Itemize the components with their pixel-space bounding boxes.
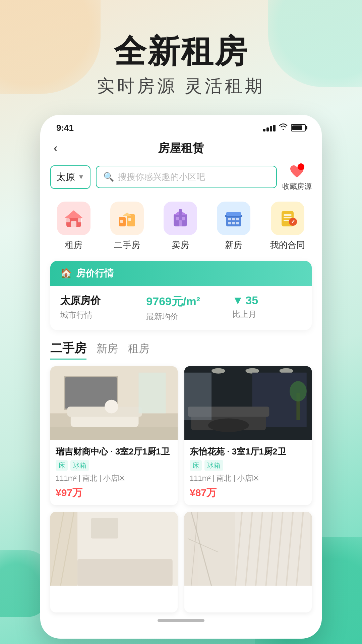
svg-rect-30 [284,220,289,221]
search-input-wrap[interactable]: 🔍 搜搜你感兴趣的小区吧 [96,166,277,188]
price-city-name: 太原房价 [60,294,130,308]
svg-rect-6 [78,218,82,222]
svg-rect-29 [284,217,292,218]
listing-info-1: 瑞吉财商中心 · 3室2厅1厨1卫 床 冰箱 111m² | 南北 | 小店区 … [50,440,178,505]
listing-title-4 [190,591,306,604]
search-placeholder-text: 搜搜你感兴趣的小区吧 [118,171,205,183]
svg-rect-9 [128,218,131,221]
price-change-sub: 比上月 [232,309,302,320]
category-rent-label: 租房 [65,239,82,251]
category-secondhand-label: 二手房 [114,239,140,251]
home-indicator [40,612,322,625]
listing-meta-2: 111m² | 南北 | 小店区 [190,473,306,483]
categories-row: 租房 二手房 [40,202,322,251]
city-dropdown-arrow-icon: ▼ [78,173,84,181]
city-label: 太原 [56,171,75,183]
svg-rect-23 [236,218,239,220]
category-contract-icon: ✓ [271,202,304,235]
svg-rect-22 [232,218,235,220]
price-divider-2 [224,294,224,322]
favorites-button[interactable]: ! 收藏房源 [282,163,312,192]
svg-rect-10 [120,220,123,223]
price-section: 🏠 房价行情 太原房价 城市行情 9769元/m² 最新均价 ▼ 35 [50,261,312,330]
category-sell-icon [164,202,197,235]
signal-icon [263,124,276,131]
category-sell[interactable]: 卖房 [164,202,197,251]
category-secondhand-icon [110,202,144,235]
svg-rect-14 [182,217,185,220]
price-city-sub: 城市行情 [60,310,130,320]
price-col-value: 9769元/m² 最新均价 [146,294,216,322]
price-content: 太原房价 城市行情 9769元/m² 最新均价 ▼ 35 比上月 [50,286,312,330]
svg-rect-60 [77,559,173,586]
svg-marker-3 [65,210,82,218]
category-new[interactable]: 新房 [217,202,250,251]
back-button[interactable]: ‹ [54,141,70,155]
phone-screen: 9:41 [40,115,322,639]
listing-info-4 [184,586,312,612]
status-time: 9:41 [56,123,74,133]
price-divider [138,294,138,322]
listing-tabs: 二手房 新房 租房 [40,340,322,360]
svg-rect-56 [50,512,77,586]
category-secondhand[interactable]: 二手房 [110,202,144,251]
tab-new[interactable]: 新房 [97,341,118,358]
svg-rect-4 [71,221,76,227]
svg-rect-53 [184,372,212,420]
wifi-icon [279,123,288,132]
category-rent[interactable]: 租房 [57,202,90,251]
listing-img-3 [50,512,178,586]
main-title: 全新租房 [0,34,362,69]
search-icon: 🔍 [103,172,114,182]
price-change-value: ▼ 35 [232,294,302,307]
price-value: 9769元/m² [146,294,216,309]
svg-text:!: ! [300,164,302,169]
svg-point-50 [208,418,249,432]
listing-card-3[interactable] [50,512,178,612]
listing-meta-1: 111m² | 南北 | 小店区 [56,473,172,483]
listing-info-3 [50,586,178,612]
svg-rect-15 [179,220,182,226]
price-col-city[interactable]: 太原房价 城市行情 [60,294,130,322]
status-bar: 9:41 [40,115,322,137]
svg-marker-11 [123,212,131,216]
listing-title-2: 东怡花苑 · 3室1厅1厨2卫 [190,445,306,458]
svg-point-44 [212,368,225,373]
city-selector[interactable]: 太原 ▼ [50,165,90,189]
tab-secondhand[interactable]: 二手房 [50,340,86,360]
listing-tags-2: 床 冰箱 [190,460,306,471]
home-bar [158,619,204,622]
heart-icon: ! [288,163,306,180]
svg-rect-5 [66,218,70,222]
listing-card-4[interactable] [184,512,312,612]
phone-mockup-wrapper: 9:41 [0,115,362,639]
svg-rect-38 [67,407,142,417]
svg-rect-26 [236,222,239,224]
category-contract[interactable]: ✓ 我的合同 [270,202,305,251]
search-row: 太原 ▼ 🔍 搜搜你感兴趣的小区吧 ! 收藏房源 [40,163,322,192]
battery-icon [291,124,306,131]
svg-rect-28 [284,214,292,216]
listing-card-1[interactable]: 瑞吉财商中心 · 3室2厅1厨1卫 床 冰箱 111m² | 南北 | 小店区 … [50,366,178,505]
main-subtitle: 实时房源 灵活租期 [0,74,362,98]
svg-rect-24 [228,222,231,224]
tab-rent[interactable]: 租房 [128,341,149,358]
listing-card-2[interactable]: 东怡花苑 · 3室1厅1厨2卫 床 冰箱 111m² | 南北 | 小店区 ¥8… [184,366,312,505]
price-header: 🏠 房价行情 [50,261,312,286]
price-header-title: 房价行情 [76,267,114,280]
status-icons [263,123,306,132]
svg-rect-21 [228,218,231,220]
listing-tag-bed-2: 床 [190,460,202,471]
svg-text:✓: ✓ [291,219,295,224]
category-new-label: 新房 [225,239,242,251]
svg-point-52 [290,381,307,401]
price-down-arrow-icon: ▼ [232,294,244,307]
listing-tag-fridge-1: 冰箱 [70,460,89,471]
svg-rect-13 [176,217,179,220]
listing-img-2 [184,366,312,440]
listing-grid: 瑞吉财商中心 · 3室2厅1厨1卫 床 冰箱 111m² | 南北 | 小店区 … [40,366,322,612]
listing-tag-bed-1: 床 [56,460,68,471]
price-house-icon: 🏠 [60,268,72,279]
listing-tags-1: 床 冰箱 [56,460,172,471]
svg-rect-20 [226,212,241,216]
